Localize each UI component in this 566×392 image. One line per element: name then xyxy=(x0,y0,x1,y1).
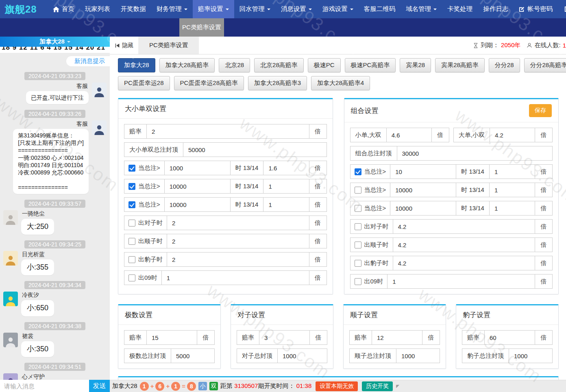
field-input[interactable] xyxy=(183,143,327,157)
field-input[interactable] xyxy=(263,161,309,175)
field-input[interactable] xyxy=(490,128,535,142)
field-input[interactable] xyxy=(278,349,327,363)
field-input[interactable] xyxy=(171,349,214,363)
field-input[interactable] xyxy=(147,331,197,344)
new-message-link[interactable]: 新消息提示 xyxy=(66,56,110,66)
field-input[interactable] xyxy=(167,234,309,248)
nav-item-rebate[interactable]: 回水管理 xyxy=(234,0,276,18)
field-input-cell xyxy=(509,348,553,363)
tab-pc-odds[interactable]: PC类赔率设置 xyxy=(139,37,199,54)
unit-label: 倍 xyxy=(535,201,553,216)
account-password-button[interactable]: 帐号密码 xyxy=(514,5,558,13)
checkbox[interactable] xyxy=(128,165,135,172)
field-input[interactable] xyxy=(165,179,230,193)
checkbox[interactable] xyxy=(355,205,361,212)
checkbox[interactable] xyxy=(355,278,361,285)
input-group: 当总注>时 13/14倍 xyxy=(124,197,327,212)
game-tab[interactable]: 加拿大28高赔率3 xyxy=(248,76,307,90)
chat-input[interactable] xyxy=(0,380,89,392)
checkbox[interactable] xyxy=(128,220,135,226)
game-tab[interactable]: 加拿大28 xyxy=(118,58,155,72)
field-input[interactable] xyxy=(485,331,535,344)
checkbox[interactable] xyxy=(128,256,135,263)
field-input[interactable] xyxy=(387,274,535,288)
field-input[interactable] xyxy=(165,161,230,175)
field-input[interactable] xyxy=(396,349,440,363)
logout-button[interactable]: 退出 xyxy=(559,5,566,13)
game-tab[interactable]: 极速PC xyxy=(308,58,341,72)
field-input[interactable] xyxy=(490,183,535,197)
nav-item-service-qrcode[interactable]: 客服二维码 xyxy=(359,0,401,18)
settings-row: 组合总注封顶 xyxy=(350,146,553,161)
hide-sidebar-button[interactable]: 隐藏 xyxy=(110,37,139,54)
field-input[interactable] xyxy=(147,124,309,138)
checkbox[interactable] xyxy=(128,201,135,208)
history-draws-button[interactable]: 历史开奖 xyxy=(362,381,393,391)
checkbox[interactable] xyxy=(128,183,135,190)
field-input[interactable] xyxy=(393,220,535,233)
game-tab[interactable]: 宾果28高赔率 xyxy=(435,58,485,72)
panel-baozi-body: 赔率倍豹子总注封顶 xyxy=(456,325,558,368)
message-body: 心メ守护 xyxy=(21,373,46,380)
panel-dandian: 单点设置 xyxy=(118,376,559,380)
bottom-game-name: 加拿大28 xyxy=(112,382,137,390)
game-tab[interactable]: 北京28高赔率 xyxy=(254,58,304,72)
checkbox[interactable] xyxy=(355,187,361,194)
field-input[interactable] xyxy=(263,198,309,211)
timestamp-badge: 2024-04-21 09:33:23 xyxy=(24,72,85,80)
checkbox[interactable] xyxy=(355,168,361,175)
game-tab[interactable]: PC蛋蛋幸运28高赔率 xyxy=(174,76,244,90)
submenu-pc-odds[interactable]: PC类赔率设置 xyxy=(179,18,224,37)
nav-item-label: 卡奖处理 xyxy=(447,5,472,13)
field-input[interactable] xyxy=(162,271,309,285)
checkbox[interactable] xyxy=(355,223,361,230)
nav-item-draw-data[interactable]: 开奖数据 xyxy=(115,0,151,18)
game-tab[interactable]: 宾果28 xyxy=(400,58,431,72)
field-input[interactable] xyxy=(390,201,456,215)
field-input[interactable] xyxy=(390,165,456,179)
nav-item-domain[interactable]: 域名管理 xyxy=(401,0,442,18)
field-input[interactable] xyxy=(372,331,422,344)
field-input[interactable] xyxy=(490,165,535,179)
checkbox[interactable] xyxy=(355,242,361,248)
nav-item-odds[interactable]: 赔率设置 xyxy=(193,0,234,18)
nav-item-message[interactable]: 消息设置 xyxy=(276,0,317,18)
checkbox[interactable] xyxy=(128,238,135,245)
nav-item-home[interactable]: 首页 xyxy=(48,0,80,18)
game-tab[interactable]: 北京28 xyxy=(219,58,250,72)
field-input[interactable] xyxy=(509,349,552,363)
send-button[interactable]: 发送 xyxy=(89,380,110,392)
chat-message-list[interactable]: 新消息提示 2024-04-21 09:33:23客服已开盘,可以进行下注202… xyxy=(0,53,110,380)
field-input[interactable] xyxy=(167,253,309,266)
game-tab[interactable]: 分分28 xyxy=(489,58,520,72)
checkbox[interactable] xyxy=(355,260,361,267)
field-input[interactable] xyxy=(390,183,456,197)
nav-item-card-prize[interactable]: 卡奖处理 xyxy=(442,0,478,18)
nav-item-players[interactable]: 玩家列表 xyxy=(80,0,115,18)
field-input-cell xyxy=(171,348,215,363)
field-input[interactable] xyxy=(393,256,535,270)
nav-item-finance[interactable]: 财务管理 xyxy=(151,0,193,18)
field-input[interactable] xyxy=(165,198,230,211)
checkbox[interactable] xyxy=(128,274,135,281)
game-tab[interactable]: 加拿大28高赔率 xyxy=(159,58,215,72)
field-input[interactable] xyxy=(490,201,535,215)
chat-room-selector[interactable]: 加拿大28 xyxy=(0,37,110,47)
game-tab[interactable]: PC蛋蛋幸运28 xyxy=(118,76,170,90)
field-input[interactable] xyxy=(263,179,309,193)
field-input[interactable] xyxy=(167,216,309,230)
nav-item-op-logs[interactable]: 操作日志 xyxy=(478,0,514,18)
game-tab[interactable]: 加拿大28高赔率4 xyxy=(311,76,370,90)
nav-item-game[interactable]: 游戏设置 xyxy=(317,0,359,18)
timestamp-badge: 2024-04-21 09:34:34 xyxy=(24,281,85,289)
game-tab[interactable]: 分分28高赔率 xyxy=(524,58,566,72)
field-input[interactable] xyxy=(387,128,431,142)
field-input[interactable] xyxy=(393,238,535,252)
field-input[interactable] xyxy=(397,146,553,160)
countdown-value: 01:38 xyxy=(296,382,312,389)
field-input[interactable] xyxy=(259,331,309,344)
save-button[interactable]: 保存 xyxy=(529,104,552,117)
field-label: 出对子时 xyxy=(138,219,163,227)
invalidate-period-button[interactable]: 设置本期无效 xyxy=(316,381,358,391)
game-tab[interactable]: 极速PC高赔率 xyxy=(345,58,396,72)
